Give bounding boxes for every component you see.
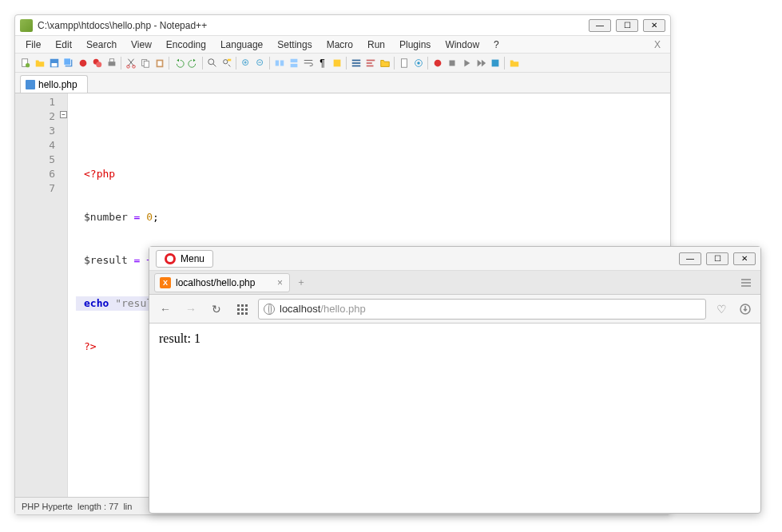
play-multi-icon[interactable]: [474, 56, 487, 69]
lang-list-icon[interactable]: [349, 56, 363, 69]
sync-v-icon[interactable]: [272, 56, 286, 69]
zoom-out-icon[interactable]: [253, 56, 267, 69]
paste-icon[interactable]: [153, 56, 166, 69]
save-icon[interactable]: [47, 56, 61, 69]
titlebar[interactable]: C:\xampp\htdocs\hello.php - Notepad++ — …: [15, 15, 670, 36]
forward-button[interactable]: →: [181, 300, 200, 319]
all-chars-icon[interactable]: ¶: [316, 56, 329, 69]
browser-tab[interactable]: X localhost/hello.php ×: [154, 273, 290, 292]
file-tab[interactable]: hello.php: [20, 75, 88, 93]
menu-macro[interactable]: Macro: [320, 38, 360, 52]
line-numbers: 1 2 3 4 5 6 7: [15, 93, 60, 196]
menu-plugins[interactable]: Plugins: [392, 38, 438, 52]
page-output-text: result: 1: [159, 332, 200, 345]
svg-point-8: [96, 62, 101, 67]
close-button[interactable]: ✕: [643, 19, 665, 32]
svg-rect-33: [401, 58, 407, 67]
svg-rect-45: [237, 312, 240, 315]
address-bar-row: ← → ↻ localhost/hello.php ♡: [149, 295, 760, 324]
menu-run[interactable]: Run: [360, 38, 392, 52]
menubar: File Edit Search View Encoding Language …: [15, 36, 670, 54]
wrap-icon[interactable]: [301, 56, 315, 69]
menu-help[interactable]: ?: [486, 38, 506, 52]
svg-rect-32: [366, 65, 373, 66]
menu-search[interactable]: Search: [79, 38, 124, 52]
tab-close-icon[interactable]: ×: [276, 277, 284, 288]
bookmark-heart-icon[interactable]: ♡: [713, 300, 730, 318]
open-file-icon[interactable]: [33, 56, 46, 69]
browser-titlebar[interactable]: Menu — ☐ ✕: [149, 247, 760, 271]
opera-menu-button[interactable]: Menu: [156, 250, 213, 268]
back-button[interactable]: ←: [156, 300, 175, 319]
speed-dial-button[interactable]: [232, 300, 252, 319]
doc-map-icon[interactable]: [397, 56, 411, 69]
menu-view[interactable]: View: [124, 38, 159, 52]
menu-file[interactable]: File: [18, 38, 48, 52]
indent-guide-icon[interactable]: [330, 56, 343, 69]
reload-button[interactable]: ↻: [207, 300, 226, 319]
record-macro-icon[interactable]: [431, 56, 444, 69]
save-macro-icon[interactable]: [488, 56, 502, 69]
svg-rect-23: [280, 60, 283, 66]
svg-rect-10: [109, 58, 113, 62]
menu-language[interactable]: Language: [213, 38, 270, 52]
browser-minimize-button[interactable]: —: [679, 252, 701, 265]
redo-icon[interactable]: [186, 56, 200, 69]
window-title: C:\xampp\htdocs\hello.php - Notepad++: [38, 20, 589, 31]
menu-settings[interactable]: Settings: [270, 38, 319, 52]
monitor-icon[interactable]: [411, 56, 425, 69]
new-tab-button[interactable]: ＋: [293, 275, 309, 291]
copy-icon[interactable]: [138, 56, 152, 69]
menu-encoding[interactable]: Encoding: [159, 38, 213, 52]
svg-rect-30: [366, 59, 375, 61]
zoom-in-icon[interactable]: [239, 56, 252, 69]
play-macro-icon[interactable]: [459, 56, 473, 69]
browser-tabbar: X localhost/hello.php × ＋: [149, 271, 760, 295]
svg-rect-37: [449, 60, 455, 66]
svg-rect-41: [245, 304, 248, 307]
downloads-icon[interactable]: [736, 300, 754, 318]
svg-rect-28: [351, 62, 360, 64]
svg-rect-43: [241, 308, 244, 311]
browser-maximize-button[interactable]: ☐: [706, 252, 728, 265]
menu-label: Menu: [181, 253, 204, 264]
find-icon[interactable]: [205, 56, 219, 69]
print-icon[interactable]: [105, 56, 118, 69]
maximize-button[interactable]: ☐: [616, 19, 638, 32]
notepadpp-icon: [20, 19, 33, 32]
folder-icon[interactable]: [378, 56, 391, 69]
svg-rect-5: [63, 58, 70, 65]
svg-point-1: [26, 63, 30, 67]
stop-macro-icon[interactable]: [445, 56, 458, 69]
menubar-close-icon[interactable]: X: [648, 38, 667, 52]
menu-window[interactable]: Window: [438, 38, 486, 52]
fold-toggle-icon[interactable]: −: [60, 111, 67, 118]
file-tabbar: hello.php: [15, 73, 670, 93]
cut-icon[interactable]: [124, 56, 137, 69]
svg-rect-29: [351, 65, 360, 66]
svg-rect-26: [333, 59, 340, 66]
xampp-favicon-icon: X: [160, 277, 171, 288]
save-all-icon[interactable]: [62, 56, 75, 69]
minimize-button[interactable]: —: [589, 19, 611, 32]
close-all-icon[interactable]: [90, 56, 104, 69]
undo-icon[interactable]: [172, 56, 185, 69]
url-input[interactable]: localhost/hello.php: [258, 299, 706, 320]
status-language: PHP Hyperte: [22, 502, 73, 511]
browser-close-button[interactable]: ✕: [733, 252, 756, 265]
svg-rect-14: [144, 61, 149, 67]
func-list-icon[interactable]: [363, 56, 377, 69]
open-folder-icon[interactable]: [507, 56, 521, 69]
replace-icon[interactable]: [220, 56, 233, 69]
tab-menu-icon[interactable]: [736, 275, 756, 291]
menu-edit[interactable]: Edit: [48, 38, 79, 52]
browser-tab-label: localhost/hello.php: [176, 277, 255, 288]
svg-rect-9: [108, 62, 115, 66]
svg-point-17: [208, 58, 213, 64]
svg-rect-38: [491, 59, 498, 66]
new-file-icon[interactable]: [18, 56, 32, 69]
svg-rect-47: [245, 312, 248, 315]
globe-icon: [264, 304, 275, 315]
sync-h-icon[interactable]: [287, 56, 300, 69]
close-file-icon[interactable]: [76, 56, 89, 69]
